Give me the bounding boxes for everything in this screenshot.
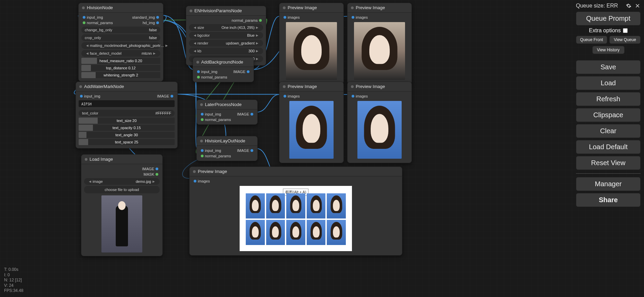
share-button[interactable]: Share (576, 193, 641, 207)
node-hivision-layout[interactable]: HivisionLayOutNode input_imgIMAGE normal… (196, 136, 258, 161)
node-load-image[interactable]: Load Image IMAGE MASK ◀imagedemo.jpg▶ ch… (81, 154, 163, 256)
widget-text-color[interactable]: text_color#FFFFFF (79, 110, 175, 117)
caret-right-icon[interactable]: ▶ (255, 34, 260, 37)
reset-view-button[interactable]: Reset View (576, 156, 641, 170)
node-title[interactable]: HivisionLayOutNode (197, 136, 257, 146)
manager-button[interactable]: Manager (576, 177, 641, 191)
port-input-img[interactable]: input_img (80, 94, 100, 98)
node-title[interactable]: Preview Image (348, 3, 412, 13)
caret-right-icon[interactable]: ▶ (255, 57, 260, 60)
save-button[interactable]: Save (576, 60, 641, 74)
collapse-bullet-icon[interactable] (82, 6, 85, 9)
node-title[interactable]: AddWaterMarkNode (76, 82, 177, 91)
widget-crop-only[interactable]: crop_onlyfalse (81, 34, 160, 41)
port-image-out[interactable]: IMAGE (237, 148, 253, 153)
caret-left-icon[interactable]: ◀ (192, 34, 197, 37)
slider-text-space[interactable]: text_space 25 (79, 139, 175, 145)
node-preview-3[interactable]: Preview Image images (279, 82, 344, 163)
widget-size[interactable]: ◀sizeOne inch (413, 295)▶ (189, 24, 263, 31)
collapse-bullet-icon[interactable] (85, 158, 87, 161)
port-image-out[interactable]: IMAGE (237, 112, 253, 116)
port-image-out[interactable]: IMAGE (142, 167, 158, 171)
view-queue-button[interactable]: View Queue (609, 36, 641, 44)
widget-face-detect-model[interactable]: ◀face_detect_modelmtcnn▶ (81, 50, 160, 57)
caret-left-icon[interactable]: ◀ (192, 49, 197, 53)
widget-bgcolor[interactable]: ◀bgcolorBlue▶ (189, 32, 263, 39)
node-later-process[interactable]: LaterProcessNode input_imgIMAGE normal_p… (196, 100, 258, 125)
port-image-out[interactable]: IMAGE (234, 70, 249, 74)
port-images[interactable]: images (194, 179, 210, 183)
collapse-bullet-icon[interactable] (79, 85, 82, 88)
caret-right-icon[interactable]: ▶ (255, 41, 260, 45)
node-preview-1[interactable]: Preview Image images (279, 3, 344, 84)
queue-front-button[interactable]: Queue Front (576, 36, 607, 44)
caret-right-icon[interactable]: ▶ (255, 26, 260, 29)
caret-left-icon[interactable]: ◀ (85, 44, 90, 47)
slider-whitening-strength[interactable]: whitening_strength 2 (81, 72, 160, 78)
extra-options-checkbox[interactable] (623, 28, 628, 33)
slider-top-distance[interactable]: top_distance 0.12 (81, 65, 160, 71)
node-title[interactable]: ENHivisionParamsNode (186, 6, 266, 16)
caret-right-icon[interactable]: ▶ (151, 180, 156, 183)
load-default-button[interactable]: Load Default (576, 140, 641, 154)
port-input-img[interactable]: input_img (197, 70, 218, 74)
port-input-img[interactable]: input_img (83, 15, 103, 19)
port-normal-params-out[interactable]: normal_params (232, 18, 262, 22)
port-input-img[interactable]: input_img (201, 148, 221, 153)
node-enhivision-params[interactable]: ENHivisionParamsNode normal_params ◀size… (186, 6, 266, 66)
queue-prompt-button[interactable]: Queue Prompt (576, 12, 641, 25)
node-title[interactable]: Load Image (81, 155, 162, 164)
port-normal-params[interactable]: normal_params (201, 154, 231, 158)
node-add-watermark[interactable]: AddWaterMarkNode input_imgIMAGE AIFSH te… (76, 82, 178, 148)
gear-icon[interactable] (626, 3, 632, 9)
choose-file-button[interactable]: choose file to upload (84, 186, 160, 193)
extra-options-row[interactable]: Extra options (576, 28, 641, 34)
caret-right-icon[interactable]: ▶ (164, 44, 169, 47)
port-images[interactable]: images (284, 94, 300, 98)
port-mask-out[interactable]: MASK (144, 172, 158, 176)
collapse-bullet-icon[interactable] (200, 103, 203, 106)
node-title[interactable]: HivisionNode (79, 3, 163, 13)
close-icon[interactable] (634, 3, 641, 9)
widget-render[interactable]: ◀renderupdown_gradient▶ (189, 40, 263, 47)
widget-image-select[interactable]: ◀imagedemo.jpg▶ (84, 178, 160, 185)
collapse-bullet-icon[interactable] (190, 10, 192, 12)
collapse-bullet-icon[interactable] (196, 61, 199, 64)
node-title[interactable]: Preview Image (279, 3, 343, 13)
caret-left-icon[interactable]: ◀ (192, 26, 197, 29)
port-standard-img[interactable]: standard_img (132, 15, 159, 19)
port-normal-params[interactable]: normal_params (197, 75, 227, 79)
node-title[interactable]: LaterProcessNode (197, 100, 257, 109)
node-canvas[interactable]: HivisionNode input_img standard_img norm… (0, 0, 644, 297)
collapse-bullet-icon[interactable] (351, 85, 354, 88)
collapse-bullet-icon[interactable] (283, 85, 286, 88)
port-normal-params[interactable]: normal_params (201, 118, 231, 122)
caret-left-icon[interactable]: ◀ (87, 180, 93, 183)
collapse-bullet-icon[interactable] (283, 6, 286, 9)
node-title[interactable]: AddBackgroundNode (193, 57, 254, 67)
port-hd-img[interactable]: hd_img (143, 21, 159, 25)
node-add-background[interactable]: AddBackgroundNode input_imgIMAGE normal_… (193, 57, 254, 82)
node-preview-layout[interactable]: Preview Image images 截图(Alt + A) (189, 167, 402, 256)
port-images[interactable]: images (352, 94, 368, 98)
widget-matting-model[interactable]: ◀matting_modelmodnet_photographic_portr…… (81, 42, 160, 49)
port-normal-params[interactable]: normal_params (83, 21, 113, 25)
slider-head-measure-ratio[interactable]: head_measure_ratio 0.20 (81, 58, 160, 64)
port-images[interactable]: images (352, 15, 368, 19)
caret-left-icon[interactable]: ◀ (192, 41, 197, 45)
widget-kb[interactable]: ◀kb300▶ (189, 48, 263, 54)
widget-change-bg-only[interactable]: change_bg_onlyfalse (81, 27, 160, 33)
port-input-img[interactable]: input_img (201, 112, 221, 116)
collapse-bullet-icon[interactable] (351, 6, 354, 9)
watermark-text-input[interactable]: AIFSH (79, 100, 175, 107)
node-title[interactable]: Preview Image (279, 82, 343, 91)
port-image-out[interactable]: IMAGE (157, 94, 173, 98)
collapse-bullet-icon[interactable] (200, 140, 203, 142)
node-title[interactable]: Preview Image (348, 82, 412, 91)
slider-text-size[interactable]: text_size 20 (79, 118, 175, 124)
caret-right-icon[interactable]: ▶ (152, 52, 157, 55)
load-button[interactable]: Load (576, 76, 641, 90)
caret-right-icon[interactable]: ▶ (255, 49, 260, 53)
node-hivision[interactable]: HivisionNode input_img standard_img norm… (78, 3, 163, 82)
node-title[interactable]: Preview Image (190, 167, 402, 176)
